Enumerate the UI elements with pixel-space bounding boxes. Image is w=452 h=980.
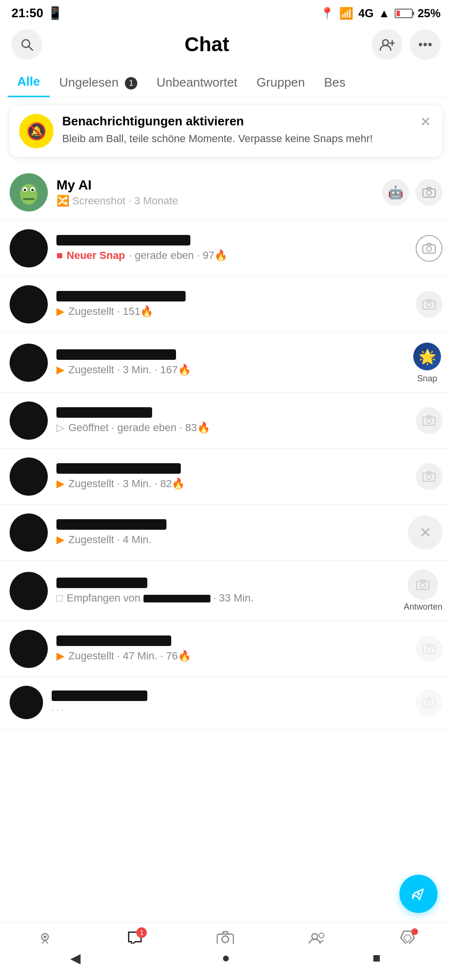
snap-eu-label: Snap	[417, 374, 437, 384]
svg-point-9	[20, 184, 37, 205]
chat-info: · · ·	[52, 690, 407, 715]
svg-point-30	[427, 701, 431, 705]
my-ai-avatar	[10, 173, 48, 212]
notification-banner: 🔕 Benachrichtigungen aktivieren Bleib am…	[10, 105, 442, 157]
hotspot-icon: 📶	[339, 7, 353, 20]
chat-info: ▶ Zugestellt · 47 Min. · 76🔥	[56, 635, 407, 662]
svg-point-28	[427, 647, 431, 652]
antworten-button[interactable]	[408, 569, 438, 600]
system-nav: ◀ ● ■	[0, 944, 452, 980]
close-action-button[interactable]: ✕	[408, 515, 442, 550]
my-ai-camera-button[interactable]	[416, 179, 442, 206]
chat-status: □ Empfangen von · 33 Min.	[56, 592, 395, 604]
svg-point-35	[222, 936, 229, 943]
avatar	[10, 285, 48, 323]
chat-name	[56, 463, 181, 474]
chat-item[interactable]: · · ·	[0, 677, 452, 728]
tabs-row: Alle Ungelesen 1 Unbeantwortet Gruppen B…	[0, 67, 452, 98]
spotlight-badge	[411, 928, 418, 935]
battery-icon	[395, 9, 413, 18]
avatar	[10, 401, 48, 440]
chat-badge: 1	[136, 927, 147, 938]
tab-ungelesen[interactable]: Ungelesen 1	[50, 68, 147, 97]
avatar	[10, 572, 48, 610]
svg-point-18	[427, 246, 431, 251]
chat-status: ▶ Zugestellt · 4 Min.	[56, 534, 399, 546]
chat-name	[56, 349, 176, 360]
notif-text: Benachrichtigungen aktivieren Bleib am B…	[62, 114, 409, 146]
chat-item[interactable]: ▶ Zugestellt · 3 Min. · 167🔥 🌟 Snap	[0, 333, 452, 393]
my-ai-robot-button[interactable]: 🤖	[382, 179, 409, 206]
camera-action-button[interactable]	[416, 291, 442, 318]
camera-action-button[interactable]	[416, 407, 442, 434]
recent-button[interactable]: ■	[366, 947, 387, 969]
signal-icon: ▲	[378, 7, 390, 20]
camera-action-button[interactable]	[416, 235, 442, 262]
add-friend-button[interactable]	[372, 29, 402, 60]
notif-close-button[interactable]: ✕	[418, 114, 433, 130]
chat-status: · · ·	[52, 705, 407, 715]
status-time: 21:50	[11, 6, 44, 21]
compose-fab[interactable]	[399, 875, 438, 913]
my-ai-sub: 🔀 Screenshot · 3 Monate	[56, 195, 374, 207]
tab-alle[interactable]: Alle	[8, 67, 50, 97]
chat-name	[56, 635, 171, 646]
chat-info: ▶ Zugestellt · 3 Min. · 82🔥	[56, 463, 407, 490]
status-bar: 21:50 📱 📍 📶 4G ▲ 25%	[0, 0, 452, 24]
camera-action-button[interactable]	[416, 463, 442, 490]
notif-icon: 🔕	[19, 114, 54, 148]
chat-item[interactable]: ▶ Zugestellt · 47 Min. · 76🔥	[0, 621, 452, 677]
snap-eu-button[interactable]: 🌟	[412, 341, 442, 372]
svg-point-5	[419, 43, 422, 46]
notif-title: Benachrichtigungen aktivieren	[62, 114, 409, 129]
my-ai-item[interactable]: My AI 🔀 Screenshot · 3 Monate 🤖	[0, 165, 452, 221]
svg-point-12	[24, 189, 26, 191]
tab-gruppen[interactable]: Gruppen	[247, 68, 314, 97]
svg-point-16	[427, 190, 431, 195]
svg-point-33	[44, 935, 46, 938]
svg-point-20	[427, 302, 431, 307]
svg-point-7	[429, 43, 432, 46]
chat-item[interactable]: ■ Neuer Snap · gerade eben · 97🔥	[0, 221, 452, 277]
home-button[interactable]: ●	[216, 947, 237, 969]
camera-action-button[interactable]	[416, 635, 442, 662]
chat-status: ▶ Zugestellt · 151🔥	[56, 305, 407, 318]
svg-point-22	[427, 419, 431, 423]
chat-status: ▷ Geöffnet · gerade eben · 83🔥	[56, 422, 407, 434]
chat-info: ▷ Geöffnet · gerade eben · 83🔥	[56, 407, 407, 434]
svg-point-6	[424, 43, 427, 46]
tab-bes[interactable]: Bes	[315, 68, 355, 97]
chat-item[interactable]: ▶ Zugestellt · 151🔥	[0, 277, 452, 333]
chat-status: ▶ Zugestellt · 3 Min. · 82🔥	[56, 478, 407, 490]
svg-point-36	[312, 934, 318, 939]
chat-name	[56, 407, 152, 418]
back-button[interactable]: ◀	[65, 947, 86, 969]
avatar	[10, 229, 48, 267]
tab-unbeantwortet[interactable]: Unbeantwortet	[147, 68, 247, 97]
chat-name	[56, 578, 147, 588]
new-snap-label: ■	[56, 249, 63, 262]
chat-status: ▶ Zugestellt · 3 Min. · 167🔥	[56, 364, 403, 376]
chat-item[interactable]: ▶ Zugestellt · 4 Min. ✕	[0, 505, 452, 561]
chat-status: ▶ Zugestellt · 47 Min. · 76🔥	[56, 650, 407, 662]
chat-item[interactable]: ▷ Geöffnet · gerade eben · 83🔥	[0, 393, 452, 449]
status-left: 21:50 📱	[11, 6, 63, 21]
my-ai-name: My AI	[56, 178, 374, 193]
notif-subtitle: Bleib am Ball, teile schöne Momente. Ver…	[62, 132, 409, 146]
more-button[interactable]	[410, 29, 441, 60]
chat-item[interactable]: □ Empfangen von · 33 Min. Antworten	[0, 561, 452, 621]
search-button[interactable]	[11, 29, 42, 60]
chat-item[interactable]: ▶ Zugestellt · 3 Min. · 82🔥	[0, 449, 452, 505]
camera-action-button[interactable]	[416, 689, 442, 716]
chat-name	[56, 291, 186, 301]
svg-point-2	[383, 40, 388, 45]
network-label: 4G	[358, 7, 374, 20]
svg-rect-14	[23, 198, 34, 200]
whatsapp-icon: 📱	[47, 6, 63, 21]
svg-point-31	[417, 892, 420, 895]
svg-marker-39	[404, 935, 411, 943]
my-ai-actions: 🤖	[382, 179, 442, 206]
chat-info: ▶ Zugestellt · 3 Min. · 167🔥	[56, 349, 403, 376]
svg-point-13	[32, 189, 34, 191]
snap-eu-action: 🌟 Snap	[412, 341, 442, 384]
